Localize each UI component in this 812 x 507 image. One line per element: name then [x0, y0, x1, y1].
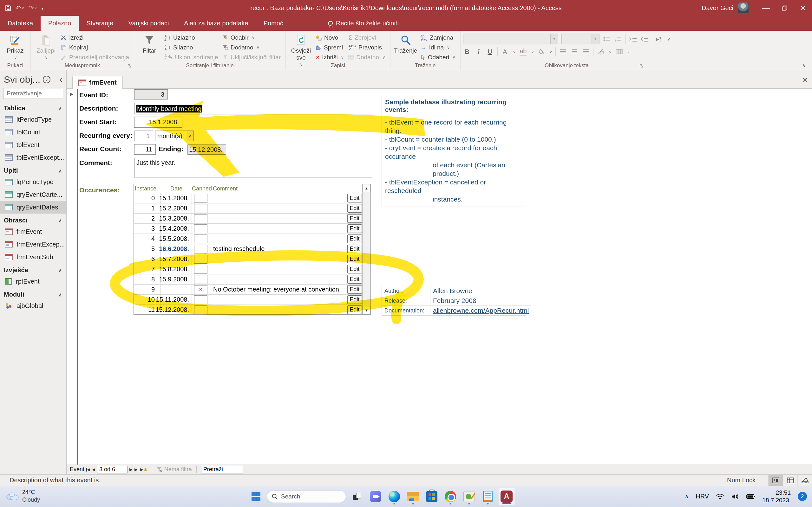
occurrence-row[interactable]: 1 15.2.2008. Edit: [134, 203, 363, 213]
occurrence-row[interactable]: 0 15.1.2008. Edit: [134, 193, 363, 203]
save-icon[interactable]: [5, 5, 11, 11]
task-view-button[interactable]: [349, 488, 365, 505]
volume-icon[interactable]: [731, 493, 740, 500]
edit-button[interactable]: Edit: [347, 275, 362, 284]
subform-scrollbar[interactable]: ▲ ▼: [362, 184, 370, 314]
comment-field[interactable]: Just this year.: [134, 158, 372, 177]
canned-checkbox[interactable]: [194, 224, 207, 233]
nav-pane-menu-icon[interactable]: ∨: [43, 76, 50, 83]
canned-checkbox[interactable]: [194, 194, 207, 203]
sidebar-item-module[interactable]: ajbGlobal: [0, 299, 66, 312]
ribbon-tab[interactable]: Datoteka: [0, 16, 41, 31]
view-button[interactable]: Prikaz∨: [3, 32, 28, 61]
previous-record-button[interactable]: ◀: [92, 467, 95, 472]
scroll-up-icon[interactable]: ▲: [362, 184, 370, 192]
record-search-input[interactable]: [201, 466, 243, 473]
nav-search-input[interactable]: [6, 90, 67, 97]
recur-count-field[interactable]: 11: [134, 144, 156, 155]
edit-button[interactable]: Edit: [347, 265, 362, 274]
form-view-button[interactable]: [768, 475, 783, 486]
occurrence-row[interactable]: 6 15.7.2008. Edit: [134, 254, 363, 264]
ribbon-tab[interactable]: Vanjski podaci: [121, 16, 176, 31]
event-start-field[interactable]: 15.1.2008.: [134, 117, 183, 128]
edit-button[interactable]: Edit: [347, 285, 362, 294]
description-field[interactable]: Monthly board meeting: [134, 103, 372, 114]
close-document-icon[interactable]: ×: [803, 75, 808, 84]
edit-button[interactable]: Edit: [347, 234, 362, 243]
sidebar-item-query[interactable]: lqPeriodType: [0, 176, 66, 188]
sidebar-item-table[interactable]: tblEventExcept...: [0, 151, 66, 164]
replace-button[interactable]: ab⇄acZamjena: [418, 33, 458, 43]
user-avatar[interactable]: [738, 3, 749, 13]
account-name[interactable]: Davor Geci: [702, 4, 733, 12]
file-explorer-button[interactable]: [405, 488, 421, 505]
customize-qat-icon[interactable]: ▾: [42, 6, 44, 10]
record-position-box[interactable]: 3 od 6: [97, 466, 128, 473]
notification-badge[interactable]: 2: [798, 492, 807, 501]
access-button[interactable]: A: [499, 488, 514, 505]
section-queries[interactable]: Upiti∧: [0, 164, 66, 176]
underline-button[interactable]: U: [486, 47, 494, 56]
occurrence-row[interactable]: 2 15.3.2008. Edit: [134, 213, 363, 223]
sidebar-item-form[interactable]: frmEvent: [0, 225, 66, 238]
ribbon-tab[interactable]: Pomoć: [256, 16, 291, 31]
canned-checkbox[interactable]: [194, 204, 207, 213]
occurrence-row[interactable]: 10 15.11.2008. Edit: [134, 294, 363, 304]
filter-button[interactable]: Filtar: [137, 32, 162, 54]
taskbar-search[interactable]: Search: [267, 490, 346, 503]
canned-checkbox[interactable]: [194, 295, 207, 304]
documentation-link[interactable]: allenbrowne.com/AppRecur.html: [433, 307, 529, 314]
occurrence-row[interactable]: 3 15.4.2008. Edit: [134, 223, 363, 233]
next-record-button[interactable]: ▶: [130, 467, 133, 472]
occurrence-row[interactable]: 11 15.12.2008. Edit: [134, 304, 363, 315]
occurrence-row[interactable]: 9 × No October meeting: everyone at conv…: [134, 284, 363, 294]
sidebar-item-form[interactable]: frmEventSub: [0, 250, 66, 263]
sort-descending-button[interactable]: ZA↓Silazno: [162, 43, 220, 52]
clipboard-dialog-launcher[interactable]: [128, 64, 132, 68]
sidebar-item-table[interactable]: ltPeriodType: [0, 113, 66, 126]
canned-checkbox[interactable]: [194, 214, 207, 223]
canned-checkbox[interactable]: [194, 234, 207, 243]
section-tables[interactable]: Tablice∧: [0, 101, 66, 113]
hidden-icons-chevron[interactable]: ∧: [685, 493, 689, 500]
design-view-button[interactable]: [798, 475, 812, 486]
occurrence-row[interactable]: 4 15.5.2008. Edit: [134, 233, 363, 244]
start-button[interactable]: [248, 488, 264, 505]
ribbon-tab[interactable]: Polazno: [41, 16, 79, 31]
section-reports[interactable]: Izvješća∧: [0, 263, 66, 275]
occurrence-row[interactable]: 7 15.8.2008. Edit: [134, 264, 363, 274]
delete-record-button[interactable]: ×Izbriši∨: [314, 52, 346, 62]
language-indicator[interactable]: HRV: [696, 493, 709, 500]
tell-me-box[interactable]: Recite što želite učiniti: [323, 16, 404, 31]
restore-button[interactable]: [775, 0, 794, 16]
close-button[interactable]: ×: [794, 0, 812, 16]
edit-button[interactable]: Edit: [347, 214, 362, 223]
collapse-ribbon-icon[interactable]: ∧: [802, 62, 806, 68]
italic-button[interactable]: I: [474, 47, 483, 56]
sidebar-item-report[interactable]: rptEvent: [0, 275, 66, 288]
select-button[interactable]: Odaberi∨: [418, 52, 458, 62]
selection-filter-button[interactable]: Odabir∨: [220, 33, 283, 43]
microsoft-store-button[interactable]: [424, 488, 440, 505]
edit-button[interactable]: Edit: [347, 255, 362, 263]
occurrence-row[interactable]: 8 15.9.2008. Edit: [134, 274, 363, 284]
occurrence-row[interactable]: 5 16.6.2008. testing reschedule Edit: [134, 244, 363, 254]
copy-button[interactable]: Kopiraj: [59, 43, 131, 52]
sidebar-item-table[interactable]: tblCount: [0, 126, 66, 138]
undo-icon[interactable]: ↶∨: [15, 4, 24, 12]
sidebar-item-form[interactable]: frmEventExcep...: [0, 238, 66, 250]
canned-checkbox[interactable]: [194, 265, 207, 274]
find-button[interactable]: Traženje: [393, 32, 418, 54]
edit-button[interactable]: Edit: [347, 305, 362, 314]
edit-button[interactable]: Edit: [347, 295, 362, 304]
section-forms[interactable]: Obrasci∧: [0, 214, 66, 225]
nav-search[interactable]: [3, 88, 63, 99]
edit-button[interactable]: Edit: [347, 194, 362, 203]
new-record-button[interactable]: Novo: [314, 33, 346, 43]
recurring-value-field[interactable]: 1: [134, 130, 153, 141]
document-tab-frmEvent[interactable]: frmEvent: [72, 76, 123, 89]
ribbon-tab[interactable]: Alati za baze podataka: [176, 16, 256, 31]
battery-icon[interactable]: [746, 494, 755, 499]
canned-checkbox[interactable]: [194, 305, 207, 314]
sort-ascending-button[interactable]: AZ↓Uzlazno: [162, 33, 220, 43]
